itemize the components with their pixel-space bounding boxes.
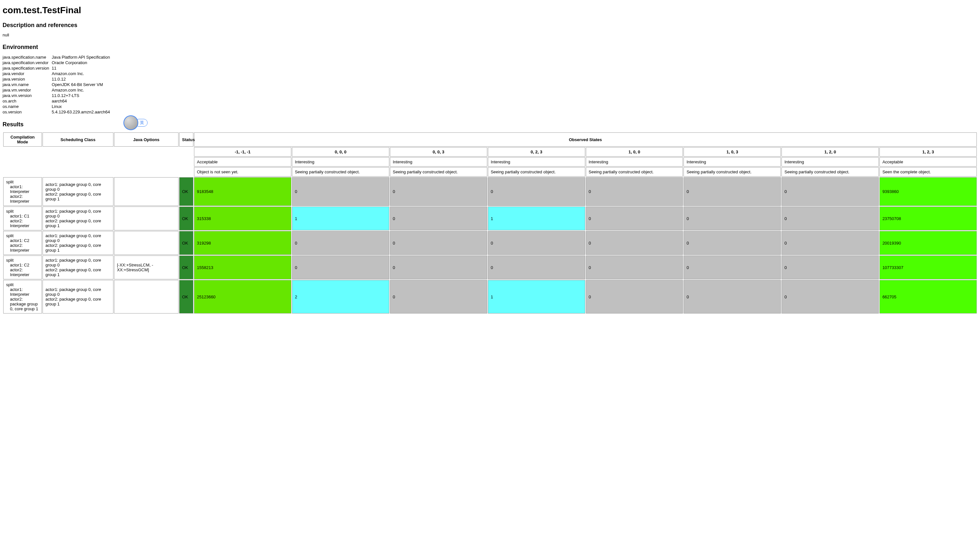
env-value: Linux [52, 104, 112, 109]
java-options-cell: [-XX:+StressLCM, -XX:+StressGCM] [114, 256, 178, 280]
count-cell: 0 [292, 231, 389, 255]
count-cell: 0 [586, 256, 683, 280]
env-key: java.vm.vendor [3, 87, 52, 93]
state-interpretation: Interesting [684, 157, 781, 167]
count-cell: 0 [684, 256, 781, 280]
java-options-cell [114, 280, 178, 313]
table-row: splitactor1: C1actor2: Interpreteractor1… [3, 206, 977, 230]
count-cell: 662705 [880, 280, 977, 313]
results-header-row-desc: Object is not seen yet.Seeing partially … [3, 167, 977, 176]
count-cell: 0 [488, 256, 585, 280]
count-cell: 0 [390, 256, 487, 280]
state-interpretation: Interesting [488, 157, 585, 167]
state-description: Seeing partially constructed object. [292, 167, 389, 176]
env-value: Amazon.com Inc. [52, 71, 112, 76]
state-label: 0, 0, 3 [390, 147, 487, 157]
env-value: 5.4.129-63.229.amzn2.aarch64 [52, 109, 112, 115]
env-row: java.version11.0.12 [3, 76, 112, 82]
state-description: Seeing partially constructed object. [390, 167, 487, 176]
scheduling-class-cell: actor1: package group 0, core group 0act… [43, 231, 113, 255]
env-key: java.vm.version [3, 93, 52, 98]
count-cell: 107733307 [880, 256, 977, 280]
count-cell: 0 [488, 231, 585, 255]
results-header-row-states: -1, -1, -10, 0, 00, 0, 30, 2, 31, 0, 01,… [3, 147, 977, 157]
count-cell: 1 [488, 280, 585, 313]
count-cell: 1 [292, 206, 389, 230]
count-cell: 20019390 [880, 231, 977, 255]
env-key: os.arch [3, 98, 52, 104]
count-cell: 0 [684, 280, 781, 313]
count-cell: 319298 [194, 231, 291, 255]
state-description: Seeing partially constructed object. [488, 167, 585, 176]
state-interpretation: Interesting [292, 157, 389, 167]
state-label: 0, 0, 0 [292, 147, 389, 157]
col-compilation-mode: Compilation Mode [3, 132, 42, 147]
count-cell: 0 [292, 256, 389, 280]
env-value: 11.0.12+7-LTS [52, 93, 112, 98]
table-row: splitactor1: Interpreteractor2: Interpre… [3, 177, 977, 206]
count-cell: 0 [488, 177, 585, 206]
env-value: 11.0.12 [52, 76, 112, 82]
state-label: 0, 2, 3 [488, 147, 585, 157]
results-header-row-1: Compilation Mode Scheduling Class Java O… [3, 132, 977, 147]
state-interpretation: Interesting [781, 157, 879, 167]
env-key: java.specification.vendor [3, 60, 52, 65]
env-row: java.specification.version11 [3, 65, 112, 71]
count-cell: 0 [586, 177, 683, 206]
count-cell: 0 [684, 177, 781, 206]
env-row: java.vm.vendorAmazon.com Inc. [3, 87, 112, 93]
env-heading: Environment [3, 44, 977, 51]
env-row: java.specification.nameJava Platform API… [3, 54, 112, 60]
env-row: java.vendorAmazon.com Inc. [3, 71, 112, 76]
java-options-cell [114, 231, 178, 255]
count-cell: 0 [390, 206, 487, 230]
count-cell: 0 [586, 231, 683, 255]
count-cell: 0 [684, 231, 781, 255]
status-cell: OK [179, 206, 193, 230]
table-row: splitactor1: C2actor2: Interpreteractor1… [3, 231, 977, 255]
state-interpretation: Acceptable [880, 157, 977, 167]
count-cell: 0 [781, 280, 879, 313]
count-cell: 2 [292, 280, 389, 313]
col-observed-states: Observed States [194, 132, 977, 147]
scheduling-class-cell: actor1: package group 0, core group 0act… [43, 177, 113, 206]
col-scheduling-class: Scheduling Class [43, 132, 113, 147]
status-cell: OK [179, 177, 193, 206]
count-cell: 9183548 [194, 177, 291, 206]
status-cell: OK [179, 280, 193, 313]
env-key: java.vendor [3, 71, 52, 76]
state-interpretation: Acceptable [194, 157, 291, 167]
count-cell: 0 [781, 177, 879, 206]
state-label: -1, -1, -1 [194, 147, 291, 157]
compilation-mode-cell: splitactor1: C2actor2: Interpreter [3, 256, 42, 280]
compilation-mode-cell: splitactor1: Interpreteractor2: Interpre… [3, 177, 42, 206]
state-description: Seeing partially constructed object. [684, 167, 781, 176]
env-key: os.version [3, 109, 52, 115]
desc-value: null [3, 33, 977, 37]
state-description: Object is not seen yet. [194, 167, 291, 176]
env-key: java.version [3, 76, 52, 82]
env-row: os.nameLinux [3, 104, 112, 109]
compilation-mode-cell: splitactor1: C2actor2: Interpreter [3, 231, 42, 255]
count-cell: 9393860 [880, 177, 977, 206]
env-row: java.vm.nameOpenJDK 64-Bit Server VM [3, 82, 112, 87]
env-row: os.archaarch64 [3, 98, 112, 104]
avatar-badge[interactable]: 英 [123, 115, 148, 130]
count-cell: 0 [292, 177, 389, 206]
count-cell: 1558213 [194, 256, 291, 280]
results-heading: Results [3, 121, 977, 128]
env-value: Java Platform API Specification [52, 54, 112, 60]
state-label: 1, 0, 3 [684, 147, 781, 157]
scheduling-class-cell: actor1: package group 0, core group 0act… [43, 256, 113, 280]
compilation-mode-cell: splitactor1: C1actor2: Interpreter [3, 206, 42, 230]
count-cell: 315338 [194, 206, 291, 230]
col-status: Status [179, 132, 193, 147]
env-value: aarch64 [52, 98, 112, 104]
env-value: Amazon.com Inc. [52, 87, 112, 93]
count-cell: 0 [781, 256, 879, 280]
env-row: java.vm.version11.0.12+7-LTS [3, 93, 112, 98]
env-key: java.specification.name [3, 54, 52, 60]
state-label: 1, 2, 3 [880, 147, 977, 157]
count-cell: 0 [781, 206, 879, 230]
results-table: Compilation Mode Scheduling Class Java O… [3, 132, 977, 314]
